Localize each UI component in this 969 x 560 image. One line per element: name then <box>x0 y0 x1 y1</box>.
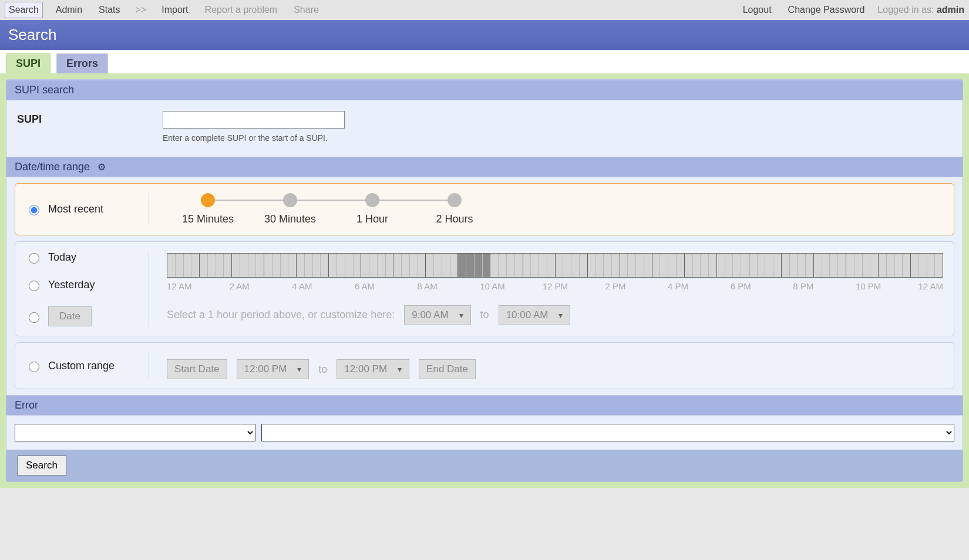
hour-timeline[interactable] <box>167 253 943 278</box>
timeline-quarter[interactable] <box>183 254 191 277</box>
timeline-quarter[interactable] <box>240 254 248 277</box>
timeline-quarter[interactable] <box>644 254 652 277</box>
timeline-quarter[interactable] <box>547 254 555 277</box>
timeline-hour[interactable] <box>749 254 781 277</box>
timeline-quarter[interactable] <box>539 254 547 277</box>
timeline-quarter[interactable] <box>450 254 458 277</box>
timeline-quarter[interactable] <box>216 254 224 277</box>
timeline-quarter[interactable] <box>514 254 523 277</box>
timeline-quarter[interactable] <box>297 254 304 277</box>
timeline-quarter[interactable] <box>918 254 927 277</box>
timeline-quarter[interactable] <box>854 254 862 277</box>
tab-errors[interactable]: Errors <box>56 53 108 73</box>
step-15-minutes[interactable]: 15 Minutes <box>167 193 249 225</box>
nav-item-search[interactable]: Search <box>5 2 43 18</box>
timeline-quarter[interactable] <box>789 254 798 277</box>
timeline-quarter[interactable] <box>530 254 539 277</box>
error-category-select[interactable] <box>15 424 255 441</box>
timeline-quarter[interactable] <box>288 254 296 277</box>
timeline-hour[interactable] <box>199 254 231 277</box>
timeline-quarter[interactable] <box>571 254 579 277</box>
nav-item-admin[interactable]: Admin <box>52 2 86 18</box>
timeline-quarter[interactable] <box>458 254 466 277</box>
timeline-quarter[interactable] <box>902 254 910 277</box>
timeline-quarter[interactable] <box>805 254 813 277</box>
timeline-quarter[interactable] <box>482 254 490 277</box>
timeline-hour[interactable] <box>361 254 393 277</box>
timeline-hour[interactable] <box>878 254 910 277</box>
timeline-quarter[interactable] <box>474 254 482 277</box>
timeline-quarter[interactable] <box>223 254 231 277</box>
step-30-minutes[interactable]: 30 Minutes <box>249 193 331 225</box>
timeline-quarter[interactable] <box>837 254 846 277</box>
radio-custom-range[interactable]: Custom range <box>26 360 138 372</box>
timeline-quarter[interactable] <box>401 254 409 277</box>
timeline-quarter[interactable] <box>620 254 628 277</box>
supi-input[interactable] <box>163 111 345 129</box>
custom-start-time-select[interactable]: 12:00 PM ▾ <box>237 359 309 379</box>
timeline-hour[interactable] <box>813 254 846 277</box>
timeline-quarter[interactable] <box>708 254 716 277</box>
timeline-quarter[interactable] <box>426 254 433 277</box>
timeline-quarter[interactable] <box>927 254 935 277</box>
timeline-quarter[interactable] <box>312 254 321 277</box>
timeline-quarter[interactable] <box>175 254 183 277</box>
step-2-hours[interactable]: 2 Hours <box>413 193 496 225</box>
timeline-quarter[interactable] <box>829 254 837 277</box>
timeline-quarter[interactable] <box>934 254 943 277</box>
timeline-quarter[interactable] <box>700 254 708 277</box>
timeline-quarter[interactable] <box>725 254 733 277</box>
timeline-quarter[interactable] <box>433 254 442 277</box>
timeline-quarter[interactable] <box>870 254 878 277</box>
timeline-hour[interactable] <box>587 254 620 277</box>
nav-item-report-problem[interactable]: Report a problem <box>201 2 281 18</box>
date-picker-button[interactable]: Date <box>48 306 92 326</box>
nav-item-share[interactable]: Share <box>290 2 322 18</box>
gear-icon[interactable]: ⚙ <box>97 162 106 172</box>
timeline-quarter[interactable] <box>345 254 353 277</box>
timeline-hour[interactable] <box>716 254 749 277</box>
timeline-quarter[interactable] <box>717 254 725 277</box>
timeline-quarter[interactable] <box>207 254 216 277</box>
timeline-hour[interactable] <box>296 254 328 277</box>
timeline-hour[interactable] <box>231 254 264 277</box>
custom-start-date[interactable]: Start Date <box>167 359 227 379</box>
timeline-quarter[interactable] <box>490 254 498 277</box>
timeline-quarter[interactable] <box>280 254 288 277</box>
timeline-quarter[interactable] <box>603 254 611 277</box>
timeline-hour[interactable] <box>910 254 943 277</box>
timeline-hour[interactable] <box>523 254 555 277</box>
timeline-quarter[interactable] <box>660 254 668 277</box>
change-password-link[interactable]: Change Password <box>785 2 869 18</box>
radio-date[interactable]: Date <box>26 306 138 326</box>
timeline-quarter[interactable] <box>255 254 264 277</box>
timeline-hour[interactable] <box>490 254 522 277</box>
timeline-quarter[interactable] <box>846 254 854 277</box>
timeline-quarter[interactable] <box>765 254 773 277</box>
timeline-quarter[interactable] <box>353 254 361 277</box>
radio-most-recent-input[interactable] <box>29 205 39 215</box>
radio-most-recent[interactable]: Most recent <box>26 203 138 215</box>
radio-today[interactable]: Today <box>26 251 138 264</box>
timeline-quarter[interactable] <box>749 254 757 277</box>
timeline-quarter[interactable] <box>232 254 240 277</box>
radio-date-input[interactable] <box>29 312 39 323</box>
timeline-quarter[interactable] <box>676 254 684 277</box>
timeline-quarter[interactable] <box>692 254 701 277</box>
timeline-quarter[interactable] <box>320 254 328 277</box>
timeline-quarter[interactable] <box>409 254 418 277</box>
timeline-quarter[interactable] <box>466 254 474 277</box>
timeline-quarter[interactable] <box>886 254 894 277</box>
timeline-quarter[interactable] <box>329 254 337 277</box>
timeline-quarter[interactable] <box>732 254 741 277</box>
timeline-quarter[interactable] <box>369 254 377 277</box>
period-from-select[interactable]: 9:00 AM ▾ <box>404 305 470 325</box>
radio-today-input[interactable] <box>29 253 39 264</box>
timeline-quarter[interactable] <box>862 254 870 277</box>
timeline-quarter[interactable] <box>167 254 175 277</box>
timeline-quarter[interactable] <box>377 254 385 277</box>
custom-end-time-select[interactable]: 12:00 PM ▾ <box>337 359 409 379</box>
radio-yesterday-input[interactable] <box>29 281 39 291</box>
radio-yesterday[interactable]: Yesterday <box>26 279 138 291</box>
timeline-hour[interactable] <box>328 254 361 277</box>
